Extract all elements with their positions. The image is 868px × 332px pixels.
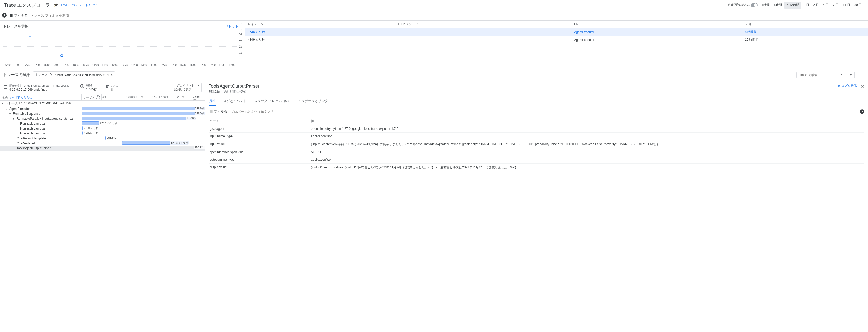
span-row[interactable]: ▾RunnableParallel<input,agent_scratchpa.…	[0, 116, 205, 121]
tab-2[interactable]: スタック トレース（0）	[253, 96, 291, 106]
span-name-label: RunnableLambda	[20, 127, 45, 130]
tutorial-link[interactable]: 🎓 TRACE のチュートリアル	[54, 3, 99, 7]
attribute-row[interactable]: g.co/agentopentelemetry-python 1.27.0; g…	[209, 125, 864, 133]
x-tick: 12:30	[120, 64, 130, 66]
time-range-1 日[interactable]: 1 日	[801, 2, 811, 8]
detail-title: トレースの詳細	[3, 72, 30, 77]
table-row[interactable]: 1636 ミリ秒AgentExecutor8 時間前	[245, 28, 868, 36]
col-value[interactable]: 値	[310, 117, 864, 125]
span-name-label: RunnableParallel<input,agent_scratchpa..…	[17, 117, 75, 120]
span-row[interactable]: RunnableLambda3.185ミリ秒	[0, 126, 205, 131]
property-filter-input[interactable]	[230, 110, 858, 114]
trace-search-input[interactable]	[796, 72, 835, 79]
property-filter-button[interactable]: ☰ フィルタ	[209, 108, 228, 115]
y-tick: 5s	[239, 33, 242, 36]
span-row[interactable]: ChatPromptTemplate963.84µ	[0, 136, 205, 141]
filter-icon: ☰	[10, 13, 13, 18]
filter-icon: ☰	[210, 110, 213, 114]
time-range-14 日[interactable]: 14 日	[841, 2, 852, 8]
graduation-cap-icon: 🎓	[54, 3, 58, 7]
span-row[interactable]: ToolsAgentOutputParser753.92µ	[0, 146, 205, 151]
span-row[interactable]: ChatVertexAI878.986ミリ秒	[0, 141, 205, 146]
span-duration: 963.84µ	[106, 136, 117, 139]
auto-reload-toggle[interactable]: 自動再読み込み	[728, 3, 757, 7]
help-icon[interactable]: ?	[96, 95, 100, 99]
time-range-6時間[interactable]: 6時間	[772, 2, 784, 8]
select-trace-title: トレースを選択	[3, 24, 29, 29]
span-name-label: ChatPromptTemplate	[17, 137, 46, 140]
show-log-link[interactable]: ⧉ログを表示	[838, 84, 857, 88]
selected-span-title: ToolsAgentOutputParser	[209, 84, 864, 89]
time-mark: 1.227秒	[175, 95, 184, 99]
span-icon	[105, 84, 110, 89]
next-button[interactable]: ∨	[847, 72, 855, 78]
page-title: Trace エクスプローラ	[4, 2, 50, 8]
span-row[interactable]: ▾トレース ID 7050b943d6b23a9f3b6d05ad0159...	[0, 101, 205, 107]
span-name-label: RunnableLambda	[20, 131, 45, 135]
tree-toggle-icon[interactable]: ▾	[2, 102, 5, 105]
y-tick: 1s	[239, 51, 242, 54]
service-col-header: サービス	[83, 95, 95, 99]
attribute-row[interactable]: input.value{'input': 'content='麻布台ヒルズは20…	[209, 140, 864, 149]
attribute-row[interactable]: input.mime_typeapplication/json	[209, 133, 864, 140]
duration: 期間1.635秒	[80, 83, 97, 92]
toggle-switch[interactable]	[751, 3, 757, 7]
close-icon[interactable]: ✕	[861, 84, 864, 89]
span-row[interactable]: ▾AgentExecutor1.635秒	[0, 107, 205, 111]
time-range-2 日[interactable]: 2 日	[811, 2, 821, 8]
tree-toggle-icon[interactable]: ▾	[6, 108, 8, 110]
tab-1[interactable]: ログとイベント	[223, 96, 247, 106]
external-link-icon: ⧉	[838, 84, 840, 88]
help-icon[interactable]: ?	[860, 109, 864, 114]
scatter-chart[interactable]: 5s4s2s1s	[3, 32, 242, 64]
time-range-12時間[interactable]: 12時間	[784, 2, 801, 8]
tree-toggle-icon[interactable]: ▾	[9, 112, 12, 115]
clear-icon[interactable]: ✕	[110, 73, 113, 77]
x-tick: 17:00	[208, 64, 217, 66]
tab-0[interactable]: 属性	[209, 96, 216, 106]
prev-button[interactable]: ∧	[838, 72, 845, 78]
time-range-1時間[interactable]: 1時間	[760, 2, 772, 8]
x-tick: 16:30	[198, 64, 208, 66]
attribute-row[interactable]: output.value{'output': 'return_values={'…	[209, 163, 864, 172]
x-tick: 10:30	[81, 64, 91, 66]
span-row[interactable]: ▾RunnableSequence1.635秒	[0, 111, 205, 116]
span-duration: 878.986ミリ秒	[170, 141, 189, 145]
tree-toggle-icon[interactable]: ▾	[13, 117, 16, 120]
log-event-select[interactable]: ログとイベント 展開して表示	[172, 83, 202, 92]
x-tick: 18:00	[227, 64, 237, 66]
x-tick: 16:00	[188, 64, 198, 66]
attribute-row[interactable]: output.mime_typeapplication/json	[209, 156, 864, 163]
attribute-row[interactable]: openinference.span.kindAGENT	[209, 149, 864, 156]
collapse-all-link[interactable]: すべて折りたたむ	[9, 95, 32, 99]
x-tick: 14:30	[159, 64, 169, 66]
col-url[interactable]: URL	[571, 21, 742, 28]
filter-button[interactable]: ☰ フィルタ	[9, 12, 29, 19]
reset-button[interactable]: リセット	[222, 23, 242, 30]
x-tick: 15:00	[169, 64, 179, 66]
col-time[interactable]: 時間 ↓	[742, 21, 868, 28]
trace-id-box: トレース ID: 7050b943d6b23a9f3b6d05ad0195931…	[33, 71, 115, 79]
sort-asc-icon: ↑	[217, 119, 218, 123]
help-icon[interactable]: ?	[2, 13, 7, 18]
x-tick: 8:30	[42, 64, 52, 66]
time-range-7 日[interactable]: 7 日	[831, 2, 841, 8]
span-row[interactable]: RunnableLambda4.343ミリ秒	[0, 131, 205, 136]
tab-3[interactable]: メタデータとリンク	[298, 96, 329, 106]
x-tick: 7:30	[23, 64, 32, 66]
x-tick: 6:30	[3, 64, 13, 66]
sort-desc-icon: ↓	[752, 23, 753, 26]
col-latency[interactable]: レイテンシ	[245, 21, 394, 28]
table-row[interactable]: 4349 ミリ秒AgentExecutor10 時間前	[245, 36, 868, 44]
attribute-table: キー ↑ 値 g.co/agentopentelemetry-python 1.…	[209, 117, 864, 172]
time-range-30 日[interactable]: 30 日	[852, 2, 864, 8]
col-method[interactable]: HTTP メソッド	[394, 21, 571, 28]
trace-filter-input[interactable]	[31, 13, 866, 18]
time-mark: 817.671ミリ秒	[151, 95, 168, 99]
more-button[interactable]: ⋮	[857, 72, 865, 78]
span-row[interactable]: RunnableLambda229.159ミリ秒	[0, 121, 205, 126]
name-col-header: 名前	[2, 95, 8, 99]
time-range-4 日[interactable]: 4 日	[821, 2, 831, 8]
span-duration: 229.159ミリ秒	[100, 121, 118, 125]
col-key[interactable]: キー ↑	[209, 117, 310, 125]
